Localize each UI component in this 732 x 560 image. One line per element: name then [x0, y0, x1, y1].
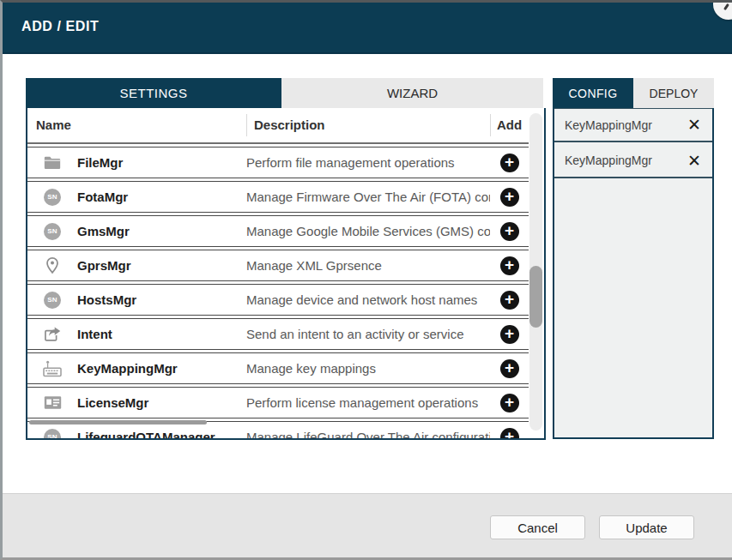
intent-share-icon: [44, 326, 61, 342]
cancel-button[interactable]: Cancel: [490, 515, 585, 539]
row-description: Manage XML Gprsence: [246, 258, 490, 273]
row-name-cell: Intent: [27, 326, 246, 342]
table-row: SN HostsMgr Manage device and network ho…: [27, 284, 529, 316]
row-description: Manage LifeGuard Over The Air configurat…: [246, 430, 490, 440]
row-name: FileMgr: [77, 155, 123, 170]
config-item-label: KeyMappingMgr: [565, 154, 652, 167]
row-description: Perform file management operations: [246, 155, 490, 170]
row-name-cell: GprsMgr: [27, 256, 246, 274]
add-edit-dialog: ADD / EDIT SETTINGS WIZARD Name Descript…: [0, 0, 732, 560]
sn-badge-icon: SN: [44, 292, 61, 309]
table-row: KeyMappingMgr Manage key mappings +: [27, 352, 529, 384]
remove-item-icon[interactable]: ✕: [687, 153, 701, 169]
add-row-button[interactable]: +: [500, 291, 519, 310]
update-button[interactable]: Update: [599, 515, 694, 539]
table-row: LicenseMgr Perform license management op…: [27, 387, 529, 418]
vertical-scrollbar-thumb[interactable]: [529, 266, 542, 328]
tab-settings[interactable]: SETTINGS: [26, 78, 281, 108]
add-row-button[interactable]: +: [500, 154, 519, 172]
add-row-button[interactable]: +: [500, 256, 519, 275]
config-panel: KeyMappingMgr ✕ KeyMappingMgr ✕: [553, 108, 714, 439]
settings-table: Name Description Add FileMgr Perform fil…: [26, 108, 546, 440]
add-row-button[interactable]: +: [500, 188, 519, 207]
row-name: GprsMgr: [77, 258, 131, 273]
row-name-cell: SN FotaMgr: [27, 189, 246, 206]
tab-wizard[interactable]: WIZARD: [281, 78, 543, 108]
row-name-cell: SN LifeguardOTAManager: [27, 429, 246, 441]
row-description: Manage Firmware Over The Air (FOTA) conf…: [246, 190, 490, 204]
row-name-cell: LicenseMgr: [27, 395, 246, 410]
main-tabs: SETTINGS WIZARD: [26, 78, 543, 108]
add-row-button[interactable]: +: [500, 359, 519, 378]
tab-deploy[interactable]: DEPLOY: [633, 78, 714, 108]
table-row: FileMgr Perform file management operatio…: [27, 147, 529, 178]
add-row-button[interactable]: +: [500, 394, 519, 412]
row-description: Manage key mappings: [246, 361, 490, 376]
row-description: Perform license management operations: [246, 395, 490, 410]
row-name: GmsMgr: [77, 224, 130, 238]
table-rows: FileMgr Perform file management operatio…: [27, 147, 529, 440]
dialog-footer: Cancel Update: [3, 493, 732, 557]
dialog-header: ADD / EDIT: [3, 3, 732, 54]
sn-badge-icon: SN: [44, 223, 61, 240]
table-row: SN GmsMgr Manage Google Mobile Services …: [27, 215, 529, 247]
row-name: LifeguardOTAManager: [77, 430, 215, 440]
column-header-description: Description: [246, 114, 490, 136]
table-header: Name Description Add: [27, 108, 529, 144]
side-panel-tabs: CONFIG DEPLOY: [553, 78, 714, 108]
add-row-button[interactable]: +: [500, 222, 519, 241]
row-name-cell: SN HostsMgr: [27, 292, 246, 309]
horizontal-scrollbar-thumb[interactable]: [29, 420, 207, 425]
column-header-add: Add: [490, 114, 529, 136]
row-description: Send an intent to an activity or service: [246, 327, 490, 341]
location-pin-icon: [45, 256, 59, 274]
row-description: Manage Google Mobile Services (GMS) conf…: [246, 224, 490, 238]
vertical-scrollbar[interactable]: [529, 113, 542, 431]
row-name: HostsMgr: [77, 292, 136, 307]
add-row-button[interactable]: +: [500, 325, 519, 344]
row-name: LicenseMgr: [77, 395, 148, 410]
table-row: Intent Send an intent to an activity or …: [27, 318, 529, 350]
folder-icon: [44, 155, 61, 170]
sn-badge-icon: SN: [44, 189, 61, 206]
row-name-cell: KeyMappingMgr: [27, 360, 246, 377]
row-description: Manage device and network host names: [246, 292, 490, 307]
config-list-item[interactable]: KeyMappingMgr ✕: [554, 144, 712, 178]
row-name: Intent: [77, 327, 112, 341]
row-name-cell: FileMgr: [27, 155, 246, 170]
table-row: GprsMgr Manage XML Gprsence +: [27, 250, 529, 281]
remove-item-icon[interactable]: ✕: [687, 117, 701, 133]
add-row-button[interactable]: +: [500, 428, 519, 441]
config-list-item[interactable]: KeyMappingMgr ✕: [554, 108, 712, 142]
row-name: KeyMappingMgr: [77, 361, 178, 376]
keyboard-icon: [43, 360, 62, 377]
table-row: SN FotaMgr Manage Firmware Over The Air …: [27, 181, 529, 213]
dialog-title: ADD / EDIT: [21, 19, 99, 34]
row-name: FotaMgr: [77, 190, 128, 204]
sn-badge-icon: SN: [44, 429, 61, 441]
tab-config[interactable]: CONFIG: [553, 78, 633, 108]
row-name-cell: SN GmsMgr: [27, 223, 246, 240]
column-header-name: Name: [27, 114, 246, 136]
license-card-icon: [44, 395, 62, 410]
config-item-label: KeyMappingMgr: [565, 118, 652, 132]
